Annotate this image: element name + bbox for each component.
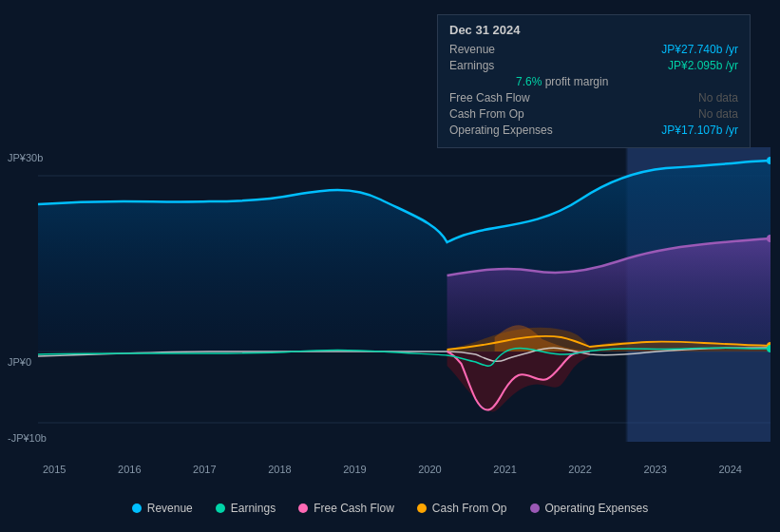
x-label-2022: 2022 bbox=[568, 464, 591, 475]
legend: Revenue Earnings Free Cash Flow Cash Fro… bbox=[0, 502, 780, 515]
legend-earnings[interactable]: Earnings bbox=[216, 502, 276, 515]
tooltip-cashfromop: Cash From Op No data bbox=[449, 107, 738, 121]
legend-dot-revenue bbox=[132, 504, 142, 513]
tooltip-revenue: Revenue JP¥27.740b /yr bbox=[449, 43, 738, 56]
chart-area bbox=[38, 147, 770, 461]
legend-label-earnings: Earnings bbox=[231, 502, 276, 515]
opex-label: Operating Expenses bbox=[449, 124, 553, 137]
legend-dot-earnings bbox=[216, 504, 225, 513]
cashfromop-value: No data bbox=[698, 107, 738, 121]
legend-cashfromop[interactable]: Cash From Op bbox=[417, 502, 507, 515]
fcf-label: Free Cash Flow bbox=[449, 91, 530, 104]
x-axis: 2015 2016 2017 2018 2019 2020 2021 2022 … bbox=[0, 464, 780, 475]
legend-label-revenue: Revenue bbox=[147, 502, 193, 515]
tooltip-box: Dec 31 2024 Revenue JP¥27.740b /yr Earni… bbox=[437, 14, 751, 148]
profit-margin: 7.6% profit margin bbox=[449, 75, 738, 88]
x-label-2017: 2017 bbox=[193, 464, 216, 475]
tooltip-fcf: Free Cash Flow No data bbox=[449, 91, 738, 104]
legend-dot-cashfromop bbox=[417, 504, 427, 513]
legend-opex[interactable]: Operating Expenses bbox=[530, 502, 649, 515]
x-label-2021: 2021 bbox=[493, 464, 516, 475]
revenue-label: Revenue bbox=[449, 43, 495, 56]
x-label-2023: 2023 bbox=[643, 464, 666, 475]
x-label-2020: 2020 bbox=[418, 464, 441, 475]
cashfromop-label: Cash From Op bbox=[449, 107, 524, 121]
y-label-0: JP¥0 bbox=[8, 356, 31, 368]
x-label-2015: 2015 bbox=[43, 464, 66, 475]
tooltip-earnings: Earnings JP¥2.095b /yr bbox=[449, 59, 738, 72]
legend-revenue[interactable]: Revenue bbox=[132, 502, 193, 515]
tooltip-title: Dec 31 2024 bbox=[449, 23, 738, 37]
x-label-2024: 2024 bbox=[718, 464, 741, 475]
revenue-value: JP¥27.740b /yr bbox=[661, 43, 738, 56]
opex-value: JP¥17.107b /yr bbox=[661, 124, 738, 137]
legend-fcf[interactable]: Free Cash Flow bbox=[298, 502, 394, 515]
x-label-2018: 2018 bbox=[268, 464, 291, 475]
x-label-2019: 2019 bbox=[343, 464, 366, 475]
tooltip-opex: Operating Expenses JP¥17.107b /yr bbox=[449, 124, 738, 137]
fcf-value: No data bbox=[698, 91, 738, 104]
legend-label-opex: Operating Expenses bbox=[545, 502, 649, 515]
legend-dot-opex bbox=[530, 504, 540, 513]
legend-dot-fcf bbox=[298, 504, 308, 513]
earnings-value: JP¥2.095b /yr bbox=[668, 59, 738, 72]
legend-label-cashfromop: Cash From Op bbox=[432, 502, 507, 515]
chart-svg bbox=[38, 147, 770, 461]
legend-label-fcf: Free Cash Flow bbox=[314, 502, 394, 515]
earnings-label: Earnings bbox=[449, 59, 494, 72]
chart-container: Dec 31 2024 Revenue JP¥27.740b /yr Earni… bbox=[0, 0, 780, 532]
profit-margin-value: 7.6% bbox=[516, 75, 542, 88]
x-label-2016: 2016 bbox=[118, 464, 141, 475]
